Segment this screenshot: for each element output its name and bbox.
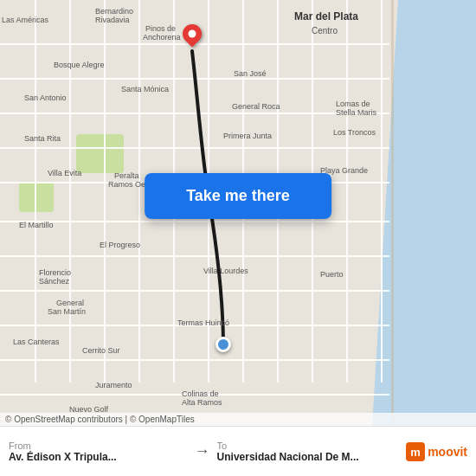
bottom-bar: From Av. Édison X Tripula... → To Univer… bbox=[0, 426, 476, 476]
route-arrow: → bbox=[195, 442, 210, 460]
map-container: Mar del PlataCentroLas AméricasBernardin… bbox=[0, 0, 476, 426]
street-v bbox=[381, 0, 383, 383]
map-attribution: © OpenStreetMap contributors | © OpenMap… bbox=[0, 413, 476, 426]
from-label: From bbox=[9, 441, 188, 451]
park-area-2 bbox=[19, 182, 54, 212]
street-v bbox=[138, 0, 140, 383]
street-h bbox=[0, 113, 389, 114]
street-v bbox=[35, 0, 36, 383]
park-area-1 bbox=[76, 134, 124, 173]
street-h bbox=[0, 394, 389, 396]
take-me-there-overlay: Take me there bbox=[145, 173, 331, 219]
street-h bbox=[0, 147, 389, 149]
take-me-there-button[interactable]: Take me there bbox=[145, 173, 331, 219]
moovit-logo: m moovit bbox=[406, 442, 467, 461]
svg-text:m: m bbox=[410, 446, 421, 459]
street-h bbox=[0, 255, 389, 257]
moovit-logo-text: moovit bbox=[428, 445, 467, 459]
street-v bbox=[69, 0, 71, 383]
moovit-logo-icon: m bbox=[406, 442, 425, 461]
street-v bbox=[346, 0, 348, 383]
street-h bbox=[0, 325, 389, 326]
to-name: Universidad Nacional De M... bbox=[217, 451, 396, 463]
street-h bbox=[0, 290, 389, 292]
app: Mar del PlataCentroLas AméricasBernardin… bbox=[0, 0, 476, 476]
destination-marker bbox=[183, 24, 202, 50]
route-dest: To Universidad Nacional De M... bbox=[217, 441, 396, 463]
from-name: Av. Édison X Tripula... bbox=[9, 451, 188, 463]
street-h bbox=[0, 221, 389, 222]
street-h bbox=[0, 359, 389, 361]
attribution-text: © OpenStreetMap contributors | © OpenMap… bbox=[5, 415, 195, 424]
dest-pin bbox=[178, 20, 205, 47]
to-label: To bbox=[217, 441, 396, 451]
street-h bbox=[0, 78, 389, 80]
street-v bbox=[104, 0, 106, 383]
route-origin: From Av. Édison X Tripula... bbox=[9, 441, 188, 463]
origin-marker bbox=[215, 337, 231, 352]
coast-line bbox=[391, 0, 394, 426]
